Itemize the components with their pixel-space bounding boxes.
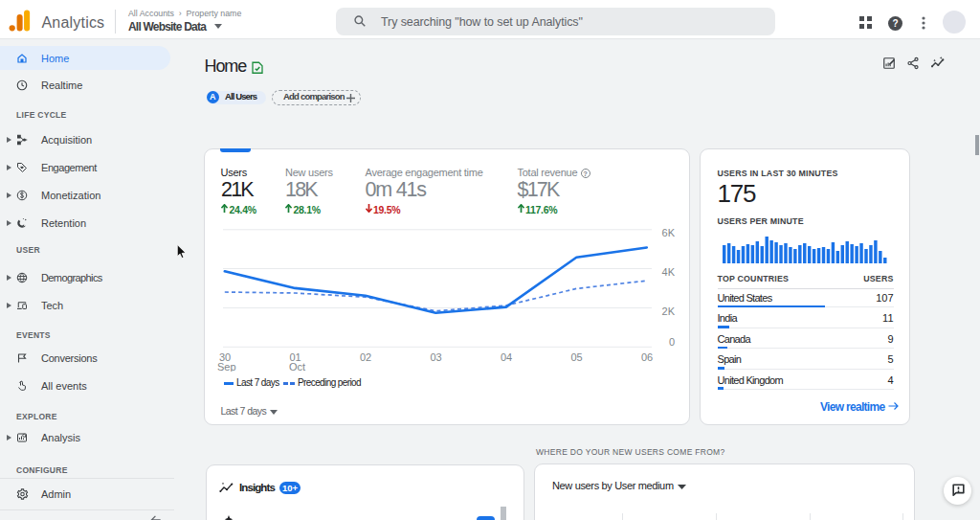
svg-text:06: 06 [641, 351, 653, 363]
svg-text:05: 05 [571, 351, 583, 363]
svg-text:2K: 2K [662, 305, 676, 317]
svg-text:Sep: Sep [217, 361, 236, 373]
svg-text:6K: 6K [662, 227, 676, 238]
svg-text:0: 0 [669, 336, 675, 348]
svg-text:Oct: Oct [289, 361, 305, 373]
svg-text:04: 04 [501, 351, 512, 363]
svg-text:03: 03 [431, 351, 442, 363]
svg-text:4K: 4K [662, 266, 676, 278]
svg-text:02: 02 [360, 351, 371, 363]
